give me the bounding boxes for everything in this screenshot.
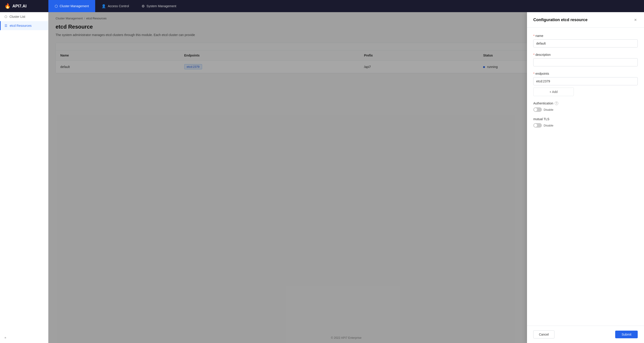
cluster-icon: ⬡ xyxy=(55,4,58,8)
authentication-help-icon[interactable]: ? xyxy=(555,102,558,105)
drawer-body: * name * description * xyxy=(527,28,644,326)
authentication-label-row: Authentication ? xyxy=(533,102,638,105)
authentication-label: Authentication xyxy=(533,102,553,105)
name-required-star: * xyxy=(533,34,534,38)
add-endpoint-button[interactable]: + Add xyxy=(533,88,574,96)
main-layout: ⬡ Cluster List ☰ etcd Resources ≡ Cluste… xyxy=(0,12,644,343)
endpoints-form-group: * endpoints + Add xyxy=(533,72,638,96)
endpoints-label: * endpoints xyxy=(533,72,638,76)
endpoints-input[interactable] xyxy=(533,77,638,85)
drawer-close-button[interactable]: × xyxy=(633,17,638,23)
nav-tabs: ⬡ Cluster Management 👤 Access Control ⚙ … xyxy=(48,0,182,12)
submit-button[interactable]: Submit xyxy=(615,330,638,338)
drawer-footer: Cancel Submit xyxy=(527,326,644,343)
authentication-section: Authentication ? Disable xyxy=(533,102,638,112)
mutual-tls-toggle[interactable] xyxy=(533,123,542,128)
logo-icon: 🔥 xyxy=(4,3,10,9)
content-area: Cluster Management / etcd Resources etcd… xyxy=(48,12,644,343)
collapse-icon: ≡ xyxy=(4,336,6,340)
nav-tab-system[interactable]: ⚙ System Management xyxy=(135,0,182,12)
sidebar-item-cluster-list[interactable]: ⬡ Cluster List xyxy=(0,12,48,21)
authentication-toggle[interactable] xyxy=(533,107,542,112)
drawer-header: Configuration etcd resource × xyxy=(527,12,644,28)
logo-text: API7.AI xyxy=(12,4,26,8)
drawer: Configuration etcd resource × * name * xyxy=(527,12,644,343)
mutual-tls-section: mutual TLS Disable xyxy=(533,117,638,128)
authentication-disable-label: Disable xyxy=(544,108,553,112)
description-form-group: * description xyxy=(533,53,638,66)
endpoint-input-row xyxy=(533,77,638,85)
logo-area: 🔥 API7.AI xyxy=(0,3,48,9)
cancel-button[interactable]: Cancel xyxy=(533,330,554,338)
description-required-star: * xyxy=(533,53,534,56)
description-input[interactable] xyxy=(533,58,638,66)
nav-tab-access[interactable]: 👤 Access Control xyxy=(95,0,135,12)
name-input[interactable] xyxy=(533,40,638,48)
mutual-tls-toggle-slider xyxy=(533,123,542,128)
top-nav: 🔥 API7.AI ⬡ Cluster Management 👤 Access … xyxy=(0,0,644,12)
mutual-tls-label-row: mutual TLS xyxy=(533,117,638,121)
name-form-group: * name xyxy=(533,34,638,48)
system-icon: ⚙ xyxy=(142,4,145,8)
sidebar: ⬡ Cluster List ☰ etcd Resources ≡ xyxy=(0,12,48,343)
authentication-toggle-slider xyxy=(533,107,542,112)
access-icon: 👤 xyxy=(102,4,106,8)
drawer-title: Configuration etcd resource xyxy=(533,18,588,22)
etcd-resources-icon: ☰ xyxy=(4,24,8,28)
description-label: * description xyxy=(533,53,638,56)
name-label: * name xyxy=(533,34,638,38)
endpoints-required-star: * xyxy=(533,72,534,76)
sidebar-item-etcd-resources[interactable]: ☰ etcd Resources xyxy=(0,21,48,30)
authentication-toggle-wrapper: Disable xyxy=(533,107,638,112)
mutual-tls-disable-label: Disable xyxy=(544,124,553,127)
nav-tab-cluster[interactable]: ⬡ Cluster Management xyxy=(48,0,95,12)
mutual-tls-label: mutual TLS xyxy=(533,117,549,121)
sidebar-collapse[interactable]: ≡ xyxy=(0,332,48,343)
cluster-list-icon: ⬡ xyxy=(4,15,7,18)
mutual-tls-toggle-wrapper: Disable xyxy=(533,123,638,128)
